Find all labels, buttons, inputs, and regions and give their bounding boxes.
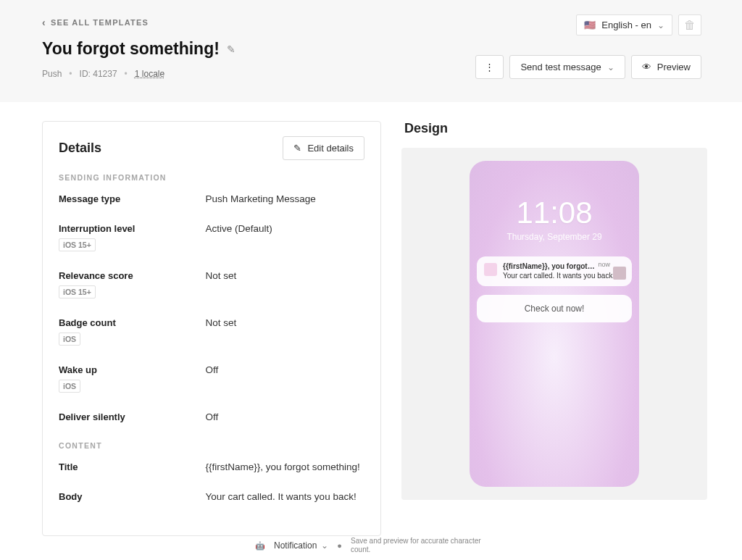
field-label: Body xyxy=(59,491,206,502)
notification-preview: {{firstName}}, you forgot somet... Your … xyxy=(477,256,632,286)
notif-time: now xyxy=(598,261,610,268)
chevron-down-icon: ⌄ xyxy=(657,20,664,30)
field-row-relevance: Relevance score iOS 15+ Not set xyxy=(59,270,364,298)
edit-details-button[interactable]: ✎ Edit details xyxy=(283,136,364,160)
field-row-body: Body Your cart called. It wants you back… xyxy=(59,491,364,502)
meta-type: Push xyxy=(42,69,62,79)
platform-tag: iOS 15+ xyxy=(59,285,96,298)
field-label: Badge count xyxy=(59,317,206,328)
preview-button[interactable]: 👁 Preview xyxy=(631,55,701,79)
notif-title: {{firstName}}, you forgot somet... xyxy=(503,262,596,272)
field-value: Not set xyxy=(206,270,237,298)
section-content-label: CONTENT xyxy=(59,441,364,450)
page-header: ‹ SEE ALL TEMPLATES You forgot something… xyxy=(0,0,742,102)
android-icon[interactable]: 🤖 xyxy=(255,541,265,551)
chevron-down-icon: ⌄ xyxy=(607,62,614,72)
locale-dropdown[interactable]: 🇺🇸 English - en ⌄ xyxy=(576,14,672,35)
preview-type-dropdown[interactable]: Notification ⌄ xyxy=(274,540,328,551)
eye-icon: 👁 xyxy=(642,62,651,72)
delete-locale-button[interactable]: 🗑 xyxy=(678,14,701,35)
breadcrumb-see-all-templates[interactable]: ‹ SEE ALL TEMPLATES xyxy=(42,17,149,28)
platform-tag: iOS xyxy=(59,380,80,393)
meta-locale-link[interactable]: 1 locale xyxy=(135,69,164,79)
app-icon xyxy=(484,263,497,276)
breadcrumb-label: SEE ALL TEMPLATES xyxy=(51,18,149,27)
trash-icon: 🗑 xyxy=(684,19,696,32)
footer-note-text: Save and preview for accurate character … xyxy=(351,537,496,554)
pencil-icon[interactable]: ✎ xyxy=(227,43,235,55)
meta-id: ID: 41237 xyxy=(80,69,117,79)
more-actions-button[interactable]: ⋮ xyxy=(475,55,504,79)
notif-body: Your cart called. It wants you back! xyxy=(503,272,625,281)
field-label: Interruption level xyxy=(59,223,206,234)
field-value: Active (Default) xyxy=(206,223,272,251)
field-row-silent: Deliver silently Off xyxy=(59,411,364,422)
details-title: Details xyxy=(59,141,101,156)
field-row-interruption: Interruption level iOS 15+ Active (Defau… xyxy=(59,223,364,251)
field-row-wakeup: Wake up iOS Off xyxy=(59,364,364,393)
field-value: {{firstName}}, you forgot something! xyxy=(206,461,360,472)
field-label: Message type xyxy=(59,193,206,204)
flag-icon: 🇺🇸 xyxy=(584,20,596,30)
field-value: Off xyxy=(206,364,219,393)
bullet-icon: ● xyxy=(337,541,342,550)
phone-preview-wrap: 11:08 Thursday, September 29 {{firstName… xyxy=(401,148,707,500)
field-row-badge: Badge count iOS Not set xyxy=(59,317,364,346)
notif-thumbnail xyxy=(613,267,626,280)
send-test-label: Send test message xyxy=(520,62,601,72)
field-value: Off xyxy=(206,411,219,422)
field-row-message-type: Message type Push Marketing Message xyxy=(59,193,364,204)
page-title: You forgot something! xyxy=(42,39,220,59)
details-card: Details ✎ Edit details SENDING INFORMATI… xyxy=(42,121,381,536)
locale-label: English - en xyxy=(601,20,651,30)
lock-date: Thursday, September 29 xyxy=(477,232,632,242)
field-row-title: Title {{firstName}}, you forgot somethin… xyxy=(59,461,364,472)
field-value: Your cart called. It wants you back! xyxy=(206,491,357,502)
chevron-left-icon: ‹ xyxy=(42,17,46,28)
kebab-icon: ⋮ xyxy=(485,62,494,72)
pencil-icon: ✎ xyxy=(293,143,301,154)
notification-cta: Check out now! xyxy=(477,295,632,322)
field-label: Title xyxy=(59,461,206,472)
platform-tag: iOS 15+ xyxy=(59,238,96,251)
section-sending-label: SENDING INFORMATION xyxy=(59,173,364,182)
field-value: Not set xyxy=(206,317,237,346)
phone-preview: 11:08 Thursday, September 29 {{firstName… xyxy=(470,161,639,487)
preview-label: Preview xyxy=(657,62,691,72)
design-panel: Design 11:08 Thursday, September 29 {{fi… xyxy=(401,121,707,527)
edit-details-label: Edit details xyxy=(307,143,354,154)
platform-tag: iOS xyxy=(59,333,80,346)
footer-bar: 🤖 Notification ⌄ ● Save and preview for … xyxy=(0,534,742,557)
field-value: Push Marketing Message xyxy=(206,193,316,204)
lock-time: 11:08 xyxy=(477,196,632,230)
cta-text: Check out now! xyxy=(525,304,585,314)
send-test-button[interactable]: Send test message ⌄ xyxy=(509,55,625,79)
footer-note: Save and preview for accurate character … xyxy=(351,537,496,554)
chevron-down-icon: ⌄ xyxy=(321,540,328,551)
field-label: Wake up xyxy=(59,364,206,375)
field-label: Deliver silently xyxy=(59,411,206,422)
design-title: Design xyxy=(401,121,707,136)
field-label: Relevance score xyxy=(59,270,206,281)
preview-type-label: Notification xyxy=(274,540,317,551)
